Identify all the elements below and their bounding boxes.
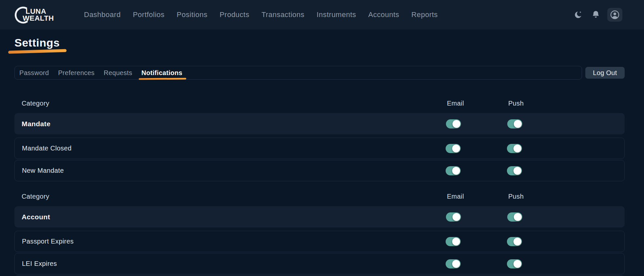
nav-item-dashboard[interactable]: Dashboard <box>84 10 121 19</box>
toggle-knob <box>513 167 521 175</box>
top-nav-bar: LUNA WEALTH Dashboard Portfolios Positio… <box>0 0 644 30</box>
main-nav: Dashboard Portfolios Positions Products … <box>84 10 438 19</box>
table-row-lei-expires: LEI Expires <box>14 253 625 274</box>
row-label: Passport Expires <box>22 238 446 245</box>
settings-tab-row: Password Preferences Requests Notificati… <box>14 66 625 80</box>
table-row-new-mandate: New Mandate <box>14 160 625 181</box>
table-row-mandate: Mandate <box>14 113 625 134</box>
user-avatar-icon <box>610 10 620 20</box>
title-accent-underline <box>8 49 67 54</box>
column-header-email: Email <box>446 100 507 107</box>
table-header-row: Category Email Push <box>14 190 625 203</box>
nav-item-portfolios[interactable]: Portfolios <box>133 10 165 19</box>
toggle-knob <box>452 238 460 246</box>
notifications-button[interactable] <box>590 9 602 21</box>
active-tab-underline <box>139 78 186 80</box>
tab-requests[interactable]: Requests <box>99 66 137 79</box>
nav-item-instruments[interactable]: Instruments <box>317 10 356 19</box>
push-toggle[interactable] <box>507 212 522 222</box>
email-toggle[interactable] <box>446 144 461 153</box>
nav-item-products[interactable]: Products <box>220 10 250 19</box>
brand-logo[interactable]: LUNA WEALTH <box>14 0 67 30</box>
column-header-category: Category <box>22 193 446 200</box>
row-label: New Mandate <box>22 167 446 174</box>
toggle-knob <box>513 260 521 268</box>
logout-button[interactable]: Log Out <box>585 67 625 79</box>
push-toggle[interactable] <box>507 237 522 246</box>
user-menu-button[interactable] <box>607 8 622 22</box>
table-row-passport-expires: Passport Expires <box>14 231 625 252</box>
toggle-knob <box>513 238 521 246</box>
nav-item-reports[interactable]: Reports <box>412 10 438 19</box>
table-header-row: Category Email Push <box>14 97 625 110</box>
toggle-knob <box>453 120 460 128</box>
toggle-knob <box>452 145 460 152</box>
email-toggle[interactable] <box>446 166 461 175</box>
table-row-mandate-closed: Mandate Closed <box>14 138 625 159</box>
nav-right-actions <box>572 8 622 22</box>
email-toggle[interactable] <box>446 212 461 222</box>
column-header-push: Push <box>507 193 625 200</box>
tab-password[interactable]: Password <box>15 66 53 79</box>
bell-icon <box>591 10 601 20</box>
moon-star-icon <box>573 10 583 20</box>
push-toggle[interactable] <box>507 166 522 175</box>
email-toggle[interactable] <box>446 259 461 268</box>
row-label: Mandate <box>22 120 446 128</box>
luna-crescent-arc-icon <box>12 6 31 25</box>
row-label: LEI Expires <box>22 260 446 267</box>
toggle-knob <box>514 120 522 128</box>
push-toggle[interactable] <box>507 259 522 268</box>
dark-mode-toggle-button[interactable] <box>572 9 584 21</box>
push-toggle[interactable] <box>507 119 522 128</box>
row-label: Account <box>22 213 446 221</box>
tab-preferences[interactable]: Preferences <box>53 66 99 79</box>
tab-notifications-label: Notifications <box>141 69 182 77</box>
row-label: Mandate Closed <box>22 145 446 152</box>
nav-item-positions[interactable]: Positions <box>177 10 208 19</box>
toggle-knob <box>452 260 460 268</box>
toggle-knob <box>513 145 521 152</box>
tab-notifications[interactable]: Notifications <box>137 66 187 79</box>
page-title: Settings <box>14 36 625 49</box>
column-header-email: Email <box>446 193 507 200</box>
table-row-account: Account <box>14 206 625 227</box>
nav-item-accounts[interactable]: Accounts <box>368 10 399 19</box>
toggle-knob <box>453 213 460 221</box>
nav-item-transactions[interactable]: Transactions <box>261 10 304 19</box>
push-toggle[interactable] <box>507 144 522 153</box>
email-toggle[interactable] <box>446 119 461 128</box>
settings-tab-bar: Password Preferences Requests Notificati… <box>14 66 582 80</box>
column-header-category: Category <box>22 100 446 107</box>
column-header-push: Push <box>507 100 625 107</box>
email-toggle[interactable] <box>446 237 461 246</box>
settings-page: Settings Password Preferences Requests N… <box>0 36 644 276</box>
toggle-knob <box>452 167 460 175</box>
toggle-knob <box>514 213 522 221</box>
